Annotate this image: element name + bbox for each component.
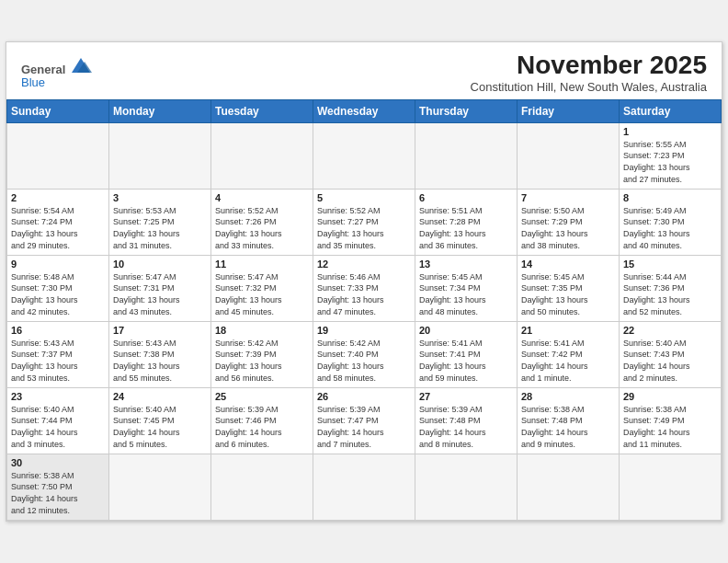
weekday-header-wednesday: Wednesday bbox=[313, 99, 415, 122]
calendar-cell: 26Sunrise: 5:39 AM Sunset: 7:47 PM Dayli… bbox=[313, 387, 415, 454]
weekday-header-thursday: Thursday bbox=[415, 99, 518, 122]
calendar-cell bbox=[211, 454, 313, 520]
day-number: 6 bbox=[419, 192, 513, 203]
day-info: Sunrise: 5:39 AM Sunset: 7:46 PM Dayligh… bbox=[215, 404, 309, 450]
calendar-cell: 2Sunrise: 5:54 AM Sunset: 7:24 PM Daylig… bbox=[7, 189, 109, 255]
day-number: 19 bbox=[317, 325, 411, 336]
calendar-cell: 10Sunrise: 5:47 AM Sunset: 7:31 PM Dayli… bbox=[109, 255, 211, 321]
calendar-container: General Blue November 2025 Constitution … bbox=[6, 41, 722, 522]
calendar-table: SundayMondayTuesdayWednesdayThursdayFrid… bbox=[6, 99, 722, 521]
day-number: 12 bbox=[317, 259, 411, 270]
calendar-cell: 23Sunrise: 5:40 AM Sunset: 7:44 PM Dayli… bbox=[7, 387, 109, 454]
day-number: 30 bbox=[11, 457, 105, 468]
day-number: 27 bbox=[419, 391, 513, 402]
logo-icon bbox=[68, 56, 94, 76]
day-info: Sunrise: 5:46 AM Sunset: 7:33 PM Dayligh… bbox=[317, 271, 411, 317]
day-info: Sunrise: 5:43 AM Sunset: 7:37 PM Dayligh… bbox=[11, 338, 105, 384]
day-info: Sunrise: 5:42 AM Sunset: 7:39 PM Dayligh… bbox=[215, 338, 309, 384]
calendar-cell: 25Sunrise: 5:39 AM Sunset: 7:46 PM Dayli… bbox=[211, 387, 313, 454]
day-info: Sunrise: 5:38 AM Sunset: 7:50 PM Dayligh… bbox=[11, 470, 105, 516]
day-info: Sunrise: 5:41 AM Sunset: 7:41 PM Dayligh… bbox=[419, 338, 513, 384]
calendar-cell bbox=[620, 454, 722, 520]
weekday-header-sunday: Sunday bbox=[7, 99, 109, 122]
calendar-cell: 9Sunrise: 5:48 AM Sunset: 7:30 PM Daylig… bbox=[7, 255, 109, 321]
calendar-week-row: 9Sunrise: 5:48 AM Sunset: 7:30 PM Daylig… bbox=[7, 255, 722, 321]
day-info: Sunrise: 5:41 AM Sunset: 7:42 PM Dayligh… bbox=[521, 338, 615, 384]
day-number: 26 bbox=[317, 391, 411, 402]
calendar-cell: 1Sunrise: 5:55 AM Sunset: 7:23 PM Daylig… bbox=[620, 122, 722, 189]
calendar-cell: 12Sunrise: 5:46 AM Sunset: 7:33 PM Dayli… bbox=[313, 255, 415, 321]
calendar-cell: 22Sunrise: 5:40 AM Sunset: 7:43 PM Dayli… bbox=[620, 321, 722, 387]
calendar-header: General Blue November 2025 Constitution … bbox=[6, 42, 722, 99]
day-info: Sunrise: 5:49 AM Sunset: 7:30 PM Dayligh… bbox=[623, 205, 717, 251]
calendar-week-row: 23Sunrise: 5:40 AM Sunset: 7:44 PM Dayli… bbox=[7, 387, 722, 454]
logo: General Blue bbox=[21, 56, 94, 89]
calendar-cell: 21Sunrise: 5:41 AM Sunset: 7:42 PM Dayli… bbox=[518, 321, 620, 387]
calendar-week-row: 1Sunrise: 5:55 AM Sunset: 7:23 PM Daylig… bbox=[7, 122, 722, 189]
day-info: Sunrise: 5:45 AM Sunset: 7:35 PM Dayligh… bbox=[521, 271, 615, 317]
calendar-cell: 6Sunrise: 5:51 AM Sunset: 7:28 PM Daylig… bbox=[415, 189, 518, 255]
calendar-cell bbox=[518, 454, 620, 520]
day-info: Sunrise: 5:40 AM Sunset: 7:44 PM Dayligh… bbox=[11, 404, 105, 450]
calendar-cell bbox=[313, 122, 415, 189]
day-number: 11 bbox=[215, 259, 309, 270]
day-number: 4 bbox=[215, 192, 309, 203]
day-info: Sunrise: 5:50 AM Sunset: 7:29 PM Dayligh… bbox=[521, 205, 615, 251]
day-number: 13 bbox=[419, 259, 513, 270]
weekday-header-tuesday: Tuesday bbox=[211, 99, 313, 122]
day-info: Sunrise: 5:44 AM Sunset: 7:36 PM Dayligh… bbox=[623, 271, 717, 317]
day-info: Sunrise: 5:39 AM Sunset: 7:48 PM Dayligh… bbox=[419, 404, 513, 450]
day-info: Sunrise: 5:51 AM Sunset: 7:28 PM Dayligh… bbox=[419, 205, 513, 251]
day-number: 5 bbox=[317, 192, 411, 203]
day-info: Sunrise: 5:53 AM Sunset: 7:25 PM Dayligh… bbox=[113, 205, 207, 251]
day-info: Sunrise: 5:54 AM Sunset: 7:24 PM Dayligh… bbox=[11, 205, 105, 251]
day-info: Sunrise: 5:48 AM Sunset: 7:30 PM Dayligh… bbox=[11, 271, 105, 317]
weekday-header-friday: Friday bbox=[518, 99, 620, 122]
day-info: Sunrise: 5:43 AM Sunset: 7:38 PM Dayligh… bbox=[113, 338, 207, 384]
calendar-cell bbox=[313, 454, 415, 520]
day-info: Sunrise: 5:52 AM Sunset: 7:27 PM Dayligh… bbox=[317, 205, 411, 251]
day-number: 14 bbox=[521, 259, 615, 270]
day-number: 25 bbox=[215, 391, 309, 402]
calendar-cell: 15Sunrise: 5:44 AM Sunset: 7:36 PM Dayli… bbox=[620, 255, 722, 321]
calendar-cell: 11Sunrise: 5:47 AM Sunset: 7:32 PM Dayli… bbox=[211, 255, 313, 321]
calendar-week-row: 16Sunrise: 5:43 AM Sunset: 7:37 PM Dayli… bbox=[7, 321, 722, 387]
calendar-cell: 3Sunrise: 5:53 AM Sunset: 7:25 PM Daylig… bbox=[109, 189, 211, 255]
day-info: Sunrise: 5:39 AM Sunset: 7:47 PM Dayligh… bbox=[317, 404, 411, 450]
day-info: Sunrise: 5:45 AM Sunset: 7:34 PM Dayligh… bbox=[419, 271, 513, 317]
day-info: Sunrise: 5:40 AM Sunset: 7:43 PM Dayligh… bbox=[623, 338, 717, 384]
calendar-cell: 4Sunrise: 5:52 AM Sunset: 7:26 PM Daylig… bbox=[211, 189, 313, 255]
weekday-header-monday: Monday bbox=[109, 99, 211, 122]
location-subtitle: Constitution Hill, New South Wales, Aust… bbox=[471, 80, 707, 94]
weekday-header-row: SundayMondayTuesdayWednesdayThursdayFrid… bbox=[7, 99, 722, 122]
calendar-week-row: 2Sunrise: 5:54 AM Sunset: 7:24 PM Daylig… bbox=[7, 189, 722, 255]
calendar-cell: 20Sunrise: 5:41 AM Sunset: 7:41 PM Dayli… bbox=[415, 321, 518, 387]
calendar-cell bbox=[518, 122, 620, 189]
calendar-cell: 13Sunrise: 5:45 AM Sunset: 7:34 PM Dayli… bbox=[415, 255, 518, 321]
day-info: Sunrise: 5:47 AM Sunset: 7:31 PM Dayligh… bbox=[113, 271, 207, 317]
day-info: Sunrise: 5:38 AM Sunset: 7:49 PM Dayligh… bbox=[623, 404, 717, 450]
day-number: 21 bbox=[521, 325, 615, 336]
calendar-cell bbox=[211, 122, 313, 189]
day-number: 28 bbox=[521, 391, 615, 402]
calendar-cell: 27Sunrise: 5:39 AM Sunset: 7:48 PM Dayli… bbox=[415, 387, 518, 454]
calendar-cell bbox=[109, 454, 211, 520]
calendar-cell: 29Sunrise: 5:38 AM Sunset: 7:49 PM Dayli… bbox=[620, 387, 722, 454]
day-info: Sunrise: 5:52 AM Sunset: 7:26 PM Dayligh… bbox=[215, 205, 309, 251]
day-number: 9 bbox=[11, 259, 105, 270]
calendar-cell bbox=[415, 454, 518, 520]
day-info: Sunrise: 5:47 AM Sunset: 7:32 PM Dayligh… bbox=[215, 271, 309, 317]
day-number: 3 bbox=[113, 192, 207, 203]
calendar-cell: 8Sunrise: 5:49 AM Sunset: 7:30 PM Daylig… bbox=[620, 189, 722, 255]
day-number: 8 bbox=[623, 192, 717, 203]
calendar-cell: 5Sunrise: 5:52 AM Sunset: 7:27 PM Daylig… bbox=[313, 189, 415, 255]
day-number: 20 bbox=[419, 325, 513, 336]
day-info: Sunrise: 5:55 AM Sunset: 7:23 PM Dayligh… bbox=[623, 139, 717, 185]
day-number: 15 bbox=[623, 259, 717, 270]
day-number: 18 bbox=[215, 325, 309, 336]
weekday-header-saturday: Saturday bbox=[620, 99, 722, 122]
day-info: Sunrise: 5:40 AM Sunset: 7:45 PM Dayligh… bbox=[113, 404, 207, 450]
calendar-cell: 16Sunrise: 5:43 AM Sunset: 7:37 PM Dayli… bbox=[7, 321, 109, 387]
calendar-cell: 24Sunrise: 5:40 AM Sunset: 7:45 PM Dayli… bbox=[109, 387, 211, 454]
calendar-cell bbox=[415, 122, 518, 189]
